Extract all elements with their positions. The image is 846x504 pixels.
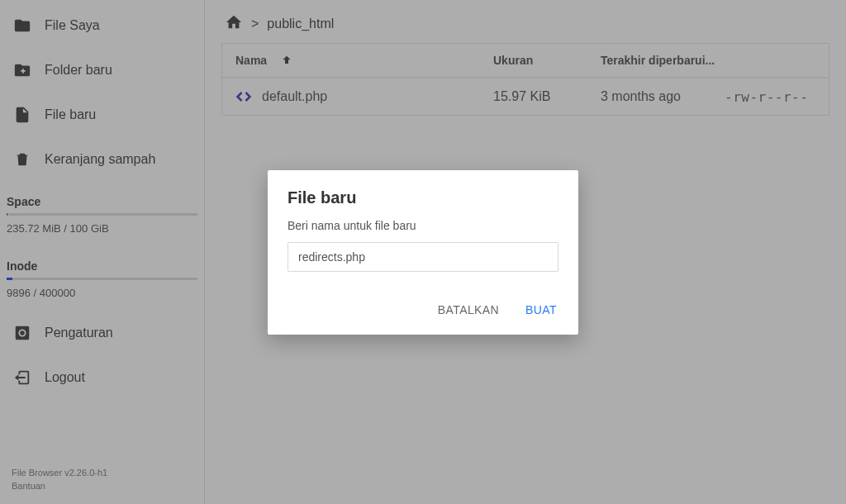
dialog-title: File baru [288,188,558,207]
cancel-button[interactable]: BATALKAN [436,298,501,321]
filename-input[interactable] [288,242,558,272]
dialog-prompt: Beri nama untuk file baru [288,219,558,232]
new-file-dialog: File baru Beri nama untuk file baru BATA… [268,170,578,335]
modal-overlay[interactable]: File baru Beri nama untuk file baru BATA… [0,0,846,504]
create-button[interactable]: BUAT [524,298,558,321]
